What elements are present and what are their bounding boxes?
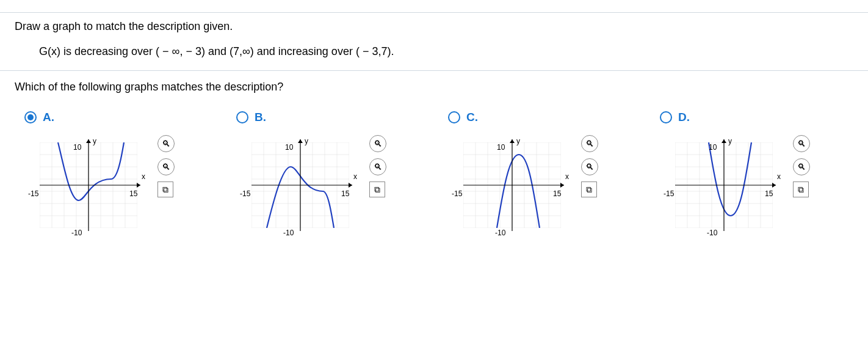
graph-d: y x 10 -10 -15 15 (660, 130, 788, 240)
expand-b[interactable]: ⧉ (369, 182, 385, 197)
zoom-in-d[interactable]: 🔍︎ (793, 135, 810, 152)
svg-text:-15: -15 (664, 189, 675, 198)
svg-text:15: 15 (553, 189, 562, 198)
svg-text:y: y (728, 137, 732, 145)
zoom-in-b[interactable]: 🔍︎ (369, 135, 386, 152)
mid-divider (0, 70, 868, 71)
option-d: D. y x 10 (660, 111, 853, 240)
svg-text:-10: -10 (707, 229, 718, 237)
svg-text:x: x (353, 172, 357, 181)
zoom-out-b[interactable]: 🔍︎ (369, 158, 386, 175)
svg-text:15: 15 (341, 189, 350, 198)
zoom-out-a[interactable]: 🔍︎ (157, 158, 175, 175)
svg-text:15: 15 (765, 189, 773, 198)
expand-icon: ⧉ (162, 185, 168, 195)
svg-marker-49 (298, 139, 303, 143)
option-b: B. y x 10 (236, 111, 430, 240)
zoom-in-c[interactable]: 🔍︎ (581, 135, 598, 152)
option-c: C. y x 10 (448, 111, 642, 240)
option-b-label: B. (255, 111, 266, 124)
zoom-in-icon: 🔍︎ (374, 139, 382, 148)
expand-icon: ⧉ (374, 185, 380, 195)
zoom-in-icon: 🔍︎ (585, 139, 594, 148)
radio-c[interactable] (448, 111, 460, 123)
svg-text:10: 10 (73, 143, 82, 152)
zoom-in-a[interactable]: 🔍︎ (157, 135, 175, 152)
function-description: G(x) is decreasing over ( − ∞, − 3) and … (39, 45, 394, 57)
radio-a[interactable] (24, 111, 37, 123)
zoom-out-icon: 🔍︎ (374, 162, 382, 172)
zoom-out-c[interactable]: 🔍︎ (581, 158, 598, 175)
svg-text:10: 10 (709, 143, 717, 152)
svg-marker-47 (349, 183, 352, 188)
option-c-label: C. (466, 111, 478, 124)
svg-text:-10: -10 (495, 229, 506, 237)
svg-text:10: 10 (285, 143, 294, 152)
svg-marker-105 (722, 139, 726, 143)
svg-text:x: x (142, 172, 145, 181)
zoom-out-icon: 🔍︎ (797, 162, 806, 172)
svg-text:y: y (93, 137, 96, 145)
svg-marker-103 (772, 183, 776, 188)
svg-marker-21 (86, 139, 91, 143)
option-a: A. (24, 111, 218, 240)
svg-text:x: x (565, 172, 569, 181)
answer-options: A. (15, 111, 853, 240)
question-text: Draw a graph to match the description gi… (15, 20, 233, 32)
zoom-out-icon: 🔍︎ (585, 162, 594, 172)
expand-d[interactable]: ⧉ (793, 182, 809, 197)
svg-text:-10: -10 (283, 229, 294, 237)
expand-c[interactable]: ⧉ (581, 182, 597, 197)
option-d-label: D. (678, 111, 690, 124)
svg-text:10: 10 (497, 143, 505, 152)
graph-c: y x 10 -10 -15 15 (448, 130, 576, 240)
radio-b[interactable] (236, 111, 248, 123)
svg-text:y: y (516, 137, 520, 145)
svg-marker-19 (137, 183, 140, 188)
zoom-out-icon: 🔍︎ (162, 162, 170, 172)
expand-a[interactable]: ⧉ (157, 182, 173, 197)
expand-icon: ⧉ (586, 185, 592, 195)
svg-text:15: 15 (129, 189, 138, 198)
svg-text:-15: -15 (452, 189, 463, 198)
zoom-in-icon: 🔍︎ (797, 139, 806, 148)
graph-a: y x 10 -10 -15 15 (24, 130, 153, 240)
expand-icon: ⧉ (798, 185, 804, 195)
svg-marker-77 (510, 139, 515, 143)
svg-marker-75 (560, 183, 564, 188)
svg-text:-15: -15 (240, 189, 251, 198)
svg-text:y: y (305, 137, 308, 145)
prompt-text: Which of the following graphs matches th… (15, 81, 283, 93)
radio-d[interactable] (660, 111, 672, 123)
zoom-in-icon: 🔍︎ (162, 139, 170, 148)
graph-b: y x 10 -10 -15 15 (236, 130, 364, 240)
svg-text:-10: -10 (71, 229, 82, 237)
top-divider (0, 12, 868, 13)
svg-text:-15: -15 (28, 189, 39, 198)
svg-text:x: x (777, 172, 781, 181)
zoom-out-d[interactable]: 🔍︎ (793, 158, 810, 175)
option-a-label: A. (43, 111, 54, 124)
